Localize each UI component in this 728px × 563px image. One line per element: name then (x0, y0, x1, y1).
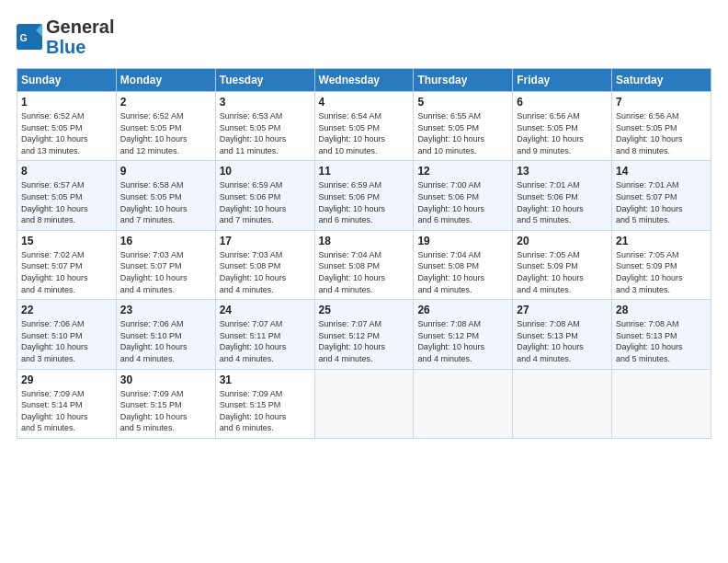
daylight-minutes: and 6 minutes. (319, 215, 373, 224)
sunrise-label: Sunrise: 6:59 AM (220, 180, 283, 190)
table-cell: 15 Sunrise: 7:02 AM Sunset: 5:07 PM Dayl… (17, 230, 117, 299)
col-wednesday: Wednesday (314, 69, 414, 92)
sunrise-label: Sunrise: 7:07 AM (319, 319, 382, 328)
day-number: 24 (220, 304, 311, 316)
logo-icon: G (17, 24, 42, 50)
daylight-label: Daylight: 10 hours (319, 204, 386, 213)
daylight-minutes: and 6 minutes. (417, 215, 472, 224)
sunset-label: Sunset: 5:12 PM (417, 331, 479, 340)
day-number: 5 (417, 96, 508, 109)
sunrise-label: Sunrise: 7:08 AM (417, 319, 481, 328)
sunrise-label: Sunrise: 7:05 AM (616, 250, 679, 259)
daylight-label: Daylight: 10 hours (417, 204, 484, 213)
day-number: 16 (120, 235, 211, 247)
cell-content: Sunrise: 6:55 AM Sunset: 5:05 PM Dayligh… (417, 110, 508, 156)
cell-content: Sunrise: 7:09 AM Sunset: 5:15 PM Dayligh… (220, 388, 311, 434)
day-number: 18 (319, 235, 410, 247)
daylight-label: Daylight: 10 hours (417, 134, 484, 144)
day-number: 2 (120, 96, 211, 109)
sunset-label: Sunset: 5:07 PM (616, 192, 677, 201)
cell-content: Sunrise: 7:06 AM Sunset: 5:10 PM Dayligh… (21, 318, 112, 364)
daylight-label: Daylight: 10 hours (319, 342, 386, 351)
daylight-label: Daylight: 10 hours (120, 204, 188, 213)
daylight-label: Daylight: 10 hours (517, 342, 584, 351)
table-cell: 1 Sunrise: 6:52 AM Sunset: 5:05 PM Dayli… (17, 92, 117, 161)
sunrise-label: Sunrise: 6:54 AM (319, 111, 382, 121)
table-cell: 10 Sunrise: 6:59 AM Sunset: 5:06 PM Dayl… (215, 161, 314, 230)
sunrise-label: Sunrise: 7:03 AM (220, 250, 283, 259)
daylight-minutes: and 4 minutes. (21, 285, 75, 294)
sunrise-label: Sunrise: 7:01 AM (616, 180, 679, 190)
sunset-label: Sunset: 5:09 PM (517, 261, 578, 270)
cell-content: Sunrise: 7:07 AM Sunset: 5:12 PM Dayligh… (319, 318, 410, 364)
day-number: 10 (220, 165, 311, 178)
sunrise-label: Sunrise: 6:53 AM (220, 111, 283, 121)
sunrise-label: Sunrise: 7:02 AM (21, 250, 85, 259)
sunset-label: Sunset: 5:05 PM (319, 123, 381, 132)
sunset-label: Sunset: 5:08 PM (220, 261, 281, 270)
daylight-label: Daylight: 10 hours (21, 273, 88, 282)
table-cell: 26 Sunrise: 7:08 AM Sunset: 5:12 PM Dayl… (414, 300, 513, 369)
cell-content: Sunrise: 7:03 AM Sunset: 5:07 PM Dayligh… (120, 249, 211, 295)
cell-content: Sunrise: 6:53 AM Sunset: 5:05 PM Dayligh… (220, 110, 311, 156)
table-cell: 17 Sunrise: 7:03 AM Sunset: 5:08 PM Dayl… (215, 230, 314, 299)
day-number: 25 (319, 304, 410, 316)
table-cell: 6 Sunrise: 6:56 AM Sunset: 5:05 PM Dayli… (513, 92, 612, 161)
day-number: 11 (319, 165, 410, 178)
day-number: 9 (120, 165, 211, 178)
logo-text: General Blue (46, 17, 114, 57)
sunrise-label: Sunrise: 7:04 AM (319, 250, 382, 259)
sunset-label: Sunset: 5:05 PM (120, 192, 182, 201)
cell-content: Sunrise: 7:08 AM Sunset: 5:13 PM Dayligh… (616, 318, 707, 364)
daylight-minutes: and 7 minutes. (120, 215, 175, 224)
daylight-minutes: and 4 minutes. (319, 285, 373, 294)
cell-content: Sunrise: 6:59 AM Sunset: 5:06 PM Dayligh… (220, 179, 311, 225)
cell-content: Sunrise: 6:52 AM Sunset: 5:05 PM Dayligh… (120, 110, 211, 156)
daylight-minutes: and 5 minutes. (120, 423, 175, 432)
table-cell: 29 Sunrise: 7:09 AM Sunset: 5:14 PM Dayl… (17, 369, 117, 438)
logo-general: General (46, 17, 114, 37)
cell-content: Sunrise: 7:08 AM Sunset: 5:12 PM Dayligh… (417, 318, 508, 364)
col-tuesday: Tuesday (215, 69, 314, 92)
daylight-minutes: and 8 minutes. (616, 146, 670, 155)
day-number: 17 (220, 235, 311, 247)
daylight-minutes: and 4 minutes. (120, 285, 175, 294)
table-cell: 22 Sunrise: 7:06 AM Sunset: 5:10 PM Dayl… (17, 300, 117, 369)
daylight-minutes: and 5 minutes. (21, 423, 75, 432)
sunset-label: Sunset: 5:13 PM (616, 331, 677, 340)
sunrise-label: Sunrise: 7:09 AM (220, 389, 283, 398)
daylight-label: Daylight: 10 hours (120, 342, 188, 351)
sunrise-label: Sunrise: 7:08 AM (616, 319, 679, 328)
table-cell (612, 369, 711, 438)
daylight-label: Daylight: 10 hours (220, 134, 287, 144)
daylight-label: Daylight: 10 hours (417, 342, 484, 351)
col-monday: Monday (116, 69, 215, 92)
table-cell: 27 Sunrise: 7:08 AM Sunset: 5:13 PM Dayl… (513, 300, 612, 369)
daylight-label: Daylight: 10 hours (517, 273, 584, 282)
table-cell: 19 Sunrise: 7:04 AM Sunset: 5:08 PM Dayl… (414, 230, 513, 299)
daylight-label: Daylight: 10 hours (21, 134, 88, 144)
sunrise-label: Sunrise: 6:57 AM (21, 180, 85, 190)
daylight-label: Daylight: 10 hours (616, 273, 683, 282)
cell-content: Sunrise: 7:05 AM Sunset: 5:09 PM Dayligh… (616, 249, 707, 295)
day-number: 3 (220, 96, 311, 109)
daylight-label: Daylight: 10 hours (616, 204, 683, 213)
header: G General Blue (17, 17, 711, 57)
day-number: 28 (616, 304, 707, 316)
table-cell: 31 Sunrise: 7:09 AM Sunset: 5:15 PM Dayl… (215, 369, 314, 438)
header-row: Sunday Monday Tuesday Wednesday Thursday… (17, 69, 711, 92)
table-cell (314, 369, 414, 438)
sunrise-label: Sunrise: 6:56 AM (616, 111, 679, 121)
sunset-label: Sunset: 5:09 PM (616, 261, 677, 270)
day-number: 29 (21, 373, 112, 386)
daylight-label: Daylight: 10 hours (220, 342, 287, 351)
sunrise-label: Sunrise: 7:04 AM (417, 250, 481, 259)
cell-content: Sunrise: 7:09 AM Sunset: 5:14 PM Dayligh… (21, 388, 112, 434)
cell-content: Sunrise: 7:05 AM Sunset: 5:09 PM Dayligh… (517, 249, 608, 295)
cell-content: Sunrise: 7:08 AM Sunset: 5:13 PM Dayligh… (517, 318, 608, 364)
cell-content: Sunrise: 7:00 AM Sunset: 5:06 PM Dayligh… (417, 179, 508, 225)
daylight-minutes: and 4 minutes. (517, 354, 571, 363)
daylight-minutes: and 5 minutes. (517, 215, 571, 224)
daylight-label: Daylight: 10 hours (120, 273, 188, 282)
day-number: 26 (417, 304, 508, 316)
